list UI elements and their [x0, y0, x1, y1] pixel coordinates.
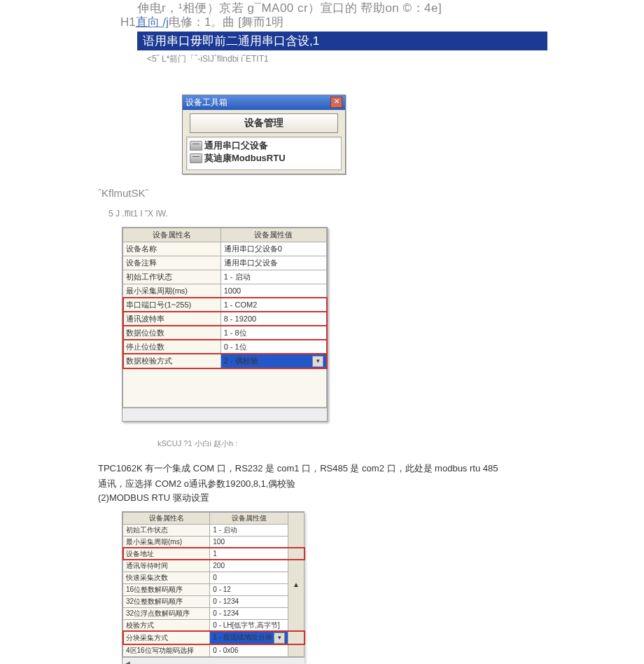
property-table-2: 设备属性名 设备属性值 ▲ 初始工作状态1 - 启动 最小采集周期(ms)100… — [122, 511, 304, 664]
chevron-down-icon[interactable]: ▾ — [274, 632, 285, 644]
caption-1: kSCUJ ?1 小白i 赵小h : — [158, 438, 644, 449]
device-icon — [190, 153, 202, 163]
body-text-2: 通讯，应选择 COM2 o通讯参数19200,8,1,偶校验 — [98, 478, 532, 490]
device-manage-button[interactable]: 设备管理 — [190, 113, 338, 133]
selected-cell[interactable]: 1 - 按连续地址分块▾ — [210, 631, 288, 644]
blue-banner: 语用串口毋即前二通用串口含设,1 — [137, 32, 547, 50]
close-icon[interactable]: ✕ — [330, 97, 342, 108]
section-title-2: (2)MODBUS RTU 驱动设置 — [98, 492, 644, 504]
list-item[interactable]: 莫迪康ModbusRTU — [190, 152, 338, 165]
selected-cell[interactable]: 2 - 偶校验▾ — [220, 354, 326, 368]
chevron-down-icon[interactable]: ▾ — [312, 356, 323, 367]
col-header-value: 设备属性值 — [210, 512, 288, 524]
sub-note: <5ˆ L*箭门「ˆ-iSlJˆfllndbi iˆETIT1 — [147, 53, 644, 65]
header-link[interactable]: 直向 /j — [136, 15, 169, 29]
fragment-text-2: 5 J .ffit1 I "X IW. — [108, 209, 644, 219]
col-header-name: 设备属性名 — [123, 228, 221, 242]
toolbox-title: 设备工具箱 — [186, 97, 227, 109]
device-toolbox-window: 设备工具箱 ✕ 设备管理 通用串口父设备 莫迪康ModbusRTU — [182, 95, 346, 174]
device-list: 通用串口父设备 莫迪康ModbusRTU — [186, 137, 342, 170]
list-item[interactable]: 通用串口父设备 — [190, 139, 338, 152]
fragment-text-1: ˆKflmutSKˆ — [98, 187, 644, 199]
scrollbar[interactable]: ▲ — [288, 512, 304, 656]
body-text-1: TPC1062K 有一个集成 COM 口，RS232 是 com1 口，RS48… — [98, 462, 532, 476]
header-line-2: H1直向 /j电修：1。曲 [舞而1明 — [120, 15, 644, 29]
col-header-value: 设备属性值 — [220, 228, 326, 242]
toolbox-titlebar[interactable]: 设备工具箱 ✕ — [183, 95, 345, 110]
property-table-1: 设备属性名 设备属性值 设备名称通用串口父设备0 设备注释通用串口父设备 初始工… — [122, 227, 328, 422]
col-header-name: 设备属性名 — [123, 512, 210, 524]
header-line-1: 伸电r，¹相便）京若 g¯MA00 cr）宣口的 帮助on ©：4e] — [137, 1, 644, 15]
device-icon — [190, 141, 202, 151]
